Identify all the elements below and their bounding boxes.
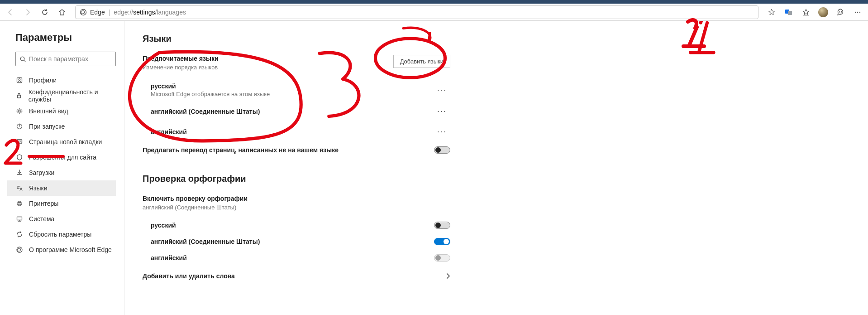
settings-content: Языки Предпочитаемые языки Изменение пор… bbox=[124, 21, 868, 315]
language-name: русский bbox=[143, 82, 270, 90]
svg-rect-13 bbox=[18, 95, 21, 98]
feedback-icon[interactable] bbox=[833, 5, 848, 20]
sidebar-item-label: Принтеры bbox=[29, 200, 58, 207]
add-languages-button[interactable]: Добавить языки bbox=[393, 55, 450, 68]
sidebar-title: Параметры bbox=[15, 32, 116, 44]
chevron-right-icon bbox=[446, 273, 450, 279]
settings-sidebar: Параметры ПрофилиКонфиденциальность и сл… bbox=[0, 21, 124, 315]
spell-enable-label: Включить проверку орфографии bbox=[143, 195, 850, 202]
sidebar-item[interactable]: Загрузки bbox=[7, 165, 116, 180]
svg-point-12 bbox=[19, 79, 20, 81]
language-row: английский (Соединенные Штаты)··· bbox=[143, 101, 450, 121]
sidebar-item[interactable]: Языки bbox=[7, 180, 116, 196]
sidebar-item-label: При запуске bbox=[29, 123, 65, 130]
url-path-rest: /languages bbox=[155, 9, 186, 16]
edge-logo-icon bbox=[79, 8, 87, 16]
sidebar-item-label: Загрузки bbox=[29, 169, 54, 176]
svg-point-6 bbox=[855, 11, 856, 12]
spellcheck-heading: Проверка орфографии bbox=[143, 174, 850, 184]
language-sub: Microsoft Edge отображается на этом язык… bbox=[143, 91, 270, 97]
search-icon bbox=[19, 56, 26, 63]
spell-lang-row: английский bbox=[143, 250, 450, 266]
svg-rect-19 bbox=[20, 142, 21, 143]
translate-icon[interactable] bbox=[781, 5, 796, 20]
preferred-languages-heading: Предпочитаемые языки bbox=[143, 55, 219, 62]
sidebar-item[interactable]: Конфиденциальность и службы bbox=[7, 88, 116, 103]
sidebar-item-label: О программе Microsoft Edge bbox=[29, 246, 112, 253]
sidebar-item-icon bbox=[15, 107, 24, 115]
language-more-button[interactable]: ··· bbox=[434, 125, 450, 138]
spell-lang-toggle[interactable] bbox=[434, 222, 450, 229]
sidebar-item-icon bbox=[15, 92, 23, 99]
spell-lang-name: русский bbox=[143, 222, 176, 229]
sidebar-item-label: Страница новой вкладки bbox=[29, 138, 102, 145]
sidebar-item-label: Сбросить параметры bbox=[29, 231, 91, 238]
url-scheme: edge:// bbox=[114, 9, 133, 16]
sidebar-item-label: Конфиденциальность и службы bbox=[29, 88, 116, 103]
spell-lang-toggle[interactable] bbox=[434, 238, 450, 245]
svg-point-5 bbox=[841, 11, 842, 12]
sidebar-item-label: Внешний вид bbox=[29, 107, 68, 115]
sidebar-item-icon bbox=[15, 231, 24, 238]
refresh-button[interactable] bbox=[37, 5, 52, 20]
sidebar-item[interactable]: При запуске bbox=[7, 119, 116, 134]
address-product: Edge bbox=[90, 9, 105, 16]
forward-button[interactable] bbox=[20, 5, 35, 20]
language-row: русскийMicrosoft Edge отображается на эт… bbox=[143, 79, 450, 101]
sidebar-item[interactable]: Сбросить параметры bbox=[7, 227, 116, 242]
spell-lang-row: английский (Соединенные Штаты) bbox=[143, 233, 450, 250]
url-path-bold: settings bbox=[133, 9, 155, 16]
language-name: английский (Соединенные Штаты) bbox=[143, 108, 260, 115]
search-input[interactable] bbox=[29, 55, 112, 63]
sidebar-item-icon bbox=[15, 154, 24, 161]
sidebar-item[interactable]: Профили bbox=[7, 73, 116, 88]
sidebar-item-icon bbox=[15, 123, 24, 130]
sidebar-item-icon bbox=[15, 184, 24, 192]
home-button[interactable] bbox=[54, 5, 70, 20]
sidebar-item[interactable]: Система bbox=[7, 211, 116, 227]
spell-enable-sub: английский (Соединенные Штаты) bbox=[143, 204, 850, 211]
back-button[interactable] bbox=[3, 5, 18, 20]
sidebar-item-icon bbox=[15, 169, 24, 176]
sidebar-item[interactable]: Страница новой вкладки bbox=[7, 134, 116, 150]
spell-lang-name: английский (Соединенные Штаты) bbox=[143, 238, 260, 245]
offer-translate-label: Предлагать перевод страниц, написанных н… bbox=[143, 146, 339, 154]
offer-translate-toggle[interactable] bbox=[434, 146, 450, 154]
sidebar-item-icon bbox=[15, 138, 24, 145]
svg-rect-2 bbox=[788, 11, 792, 15]
favorites-list-icon[interactable] bbox=[798, 5, 814, 20]
language-row: английский··· bbox=[143, 121, 450, 142]
svg-rect-21 bbox=[18, 201, 21, 203]
svg-point-4 bbox=[839, 11, 840, 12]
favorite-star-icon[interactable] bbox=[764, 5, 779, 20]
sidebar-item-label: Языки bbox=[29, 184, 48, 192]
svg-rect-23 bbox=[17, 217, 22, 220]
spell-lang-toggle bbox=[434, 254, 450, 262]
svg-point-8 bbox=[859, 11, 860, 12]
address-bar[interactable]: Edge | edge://settings/languages bbox=[75, 5, 758, 19]
sidebar-item-icon bbox=[15, 215, 24, 223]
sidebar-search[interactable] bbox=[15, 52, 116, 66]
sidebar-item-label: Система bbox=[29, 215, 54, 223]
svg-line-10 bbox=[24, 60, 25, 61]
add-remove-words-link[interactable]: Добавить или удалить слова bbox=[143, 266, 450, 281]
svg-point-14 bbox=[19, 110, 20, 112]
language-more-button[interactable]: ··· bbox=[434, 83, 450, 97]
language-more-button[interactable]: ··· bbox=[434, 105, 450, 118]
sidebar-item-label: Разрешения для сайта bbox=[29, 154, 96, 161]
sidebar-item-icon bbox=[15, 246, 24, 253]
profile-avatar[interactable] bbox=[816, 5, 831, 20]
languages-heading: Языки bbox=[143, 34, 850, 44]
sidebar-item[interactable]: Разрешения для сайта bbox=[7, 150, 116, 165]
overflow-menu-icon[interactable] bbox=[850, 5, 865, 20]
svg-point-7 bbox=[857, 11, 858, 12]
sidebar-item[interactable]: О программе Microsoft Edge bbox=[7, 242, 116, 257]
spell-lang-row: русский bbox=[143, 217, 450, 233]
sidebar-item[interactable]: Внешний вид bbox=[7, 103, 116, 119]
sidebar-item[interactable]: Принтеры bbox=[7, 196, 116, 211]
browser-toolbar: Edge | edge://settings/languages bbox=[0, 4, 868, 21]
spell-lang-name: английский bbox=[143, 254, 187, 262]
sidebar-item-icon bbox=[15, 200, 24, 207]
preferred-languages-sub: Изменение порядка языков bbox=[143, 64, 219, 71]
language-name: английский bbox=[143, 128, 187, 136]
